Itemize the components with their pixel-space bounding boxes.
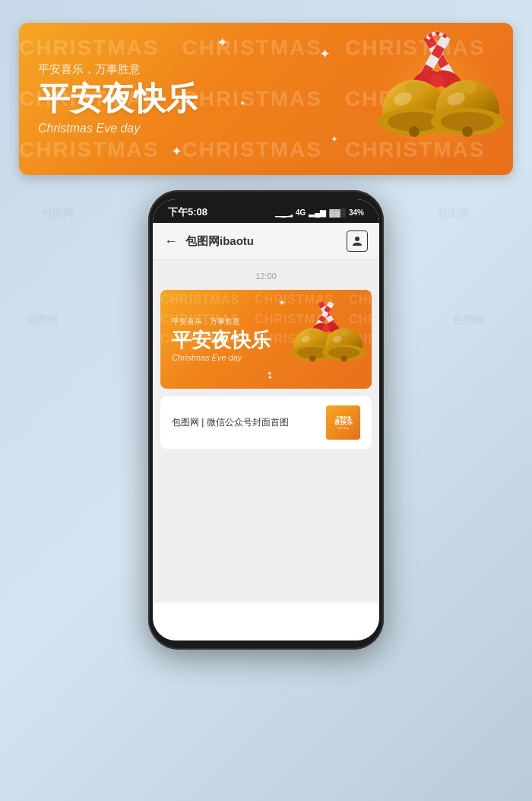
svg-point-49: [340, 329, 349, 335]
chat-banner-image: CHRISTMAS CHRISTMAS CHRISTMAS CHRISTMAS …: [160, 290, 372, 389]
battery-icon: ▓▓░: [329, 208, 346, 217]
chat-info-text: 包图网 | 微信公众号封面首图: [172, 416, 289, 429]
svg-point-18: [405, 81, 423, 94]
svg-point-21: [409, 126, 420, 137]
svg-text:包图网: 包图网: [437, 207, 469, 219]
message-time: 12:00: [160, 272, 372, 281]
profile-icon[interactable]: [347, 230, 368, 252]
svg-point-44: [308, 329, 317, 335]
star-icon-1: ✦: [217, 34, 228, 51]
thumb-line-2: 夜快乐: [334, 420, 353, 427]
chat-star-3: ✦: [268, 374, 273, 381]
star-icon-2: ✦: [319, 46, 331, 62]
svg-point-23: [458, 81, 477, 94]
chat-info-row: 包图网 | 微信公众号封面首图 万事胜意 夜快乐 Eve day: [160, 396, 372, 449]
svg-point-28: [355, 237, 359, 241]
top-banner: CHRISTMAS CHRISTMAS CHRISTMAS CHRISTMAS …: [19, 23, 513, 175]
phone-frame: 下午5:08 ▂▄▆ 4G ▂▄▆ ▓▓░ 34% ← 包图网ibaotu: [148, 190, 384, 650]
chat-bell-decoration: [277, 294, 372, 385]
phone-screen: 下午5:08 ▂▄▆ 4G ▂▄▆ ▓▓░ 34% ← 包图网ibaotu: [153, 199, 379, 640]
chat-thumbnail: 万事胜意 夜快乐 Eve day: [326, 405, 360, 440]
chat-title: 包图网ibaotu: [185, 234, 339, 249]
svg-point-43: [322, 325, 329, 332]
star-icon-3: ✦: [171, 143, 182, 160]
svg-text:包图网: 包图网: [452, 313, 484, 326]
star-icon-4: ✦: [331, 134, 338, 145]
chat-header: ← 包图网ibaotu: [153, 223, 379, 260]
svg-text:包图网: 包图网: [27, 313, 59, 326]
phone-notch: [236, 199, 296, 216]
status-time: 下午5:08: [168, 205, 207, 219]
battery-percent: 34%: [349, 208, 364, 217]
star-icon-5: ✦: [239, 99, 245, 107]
phone-container: 下午5:08 ▂▄▆ 4G ▂▄▆ ▓▓░ 34% ← 包图网ibaotu: [144, 190, 388, 650]
svg-point-26: [462, 126, 473, 137]
signal-icon-2: ▂▄▆: [309, 208, 326, 217]
back-button[interactable]: ←: [164, 234, 178, 250]
chat-body: 12:00 CHRISTMAS CHRISTMAS CHRISTMAS CHRI…: [153, 260, 379, 602]
network-type: 4G: [296, 208, 306, 217]
thumb-line-3: Eve day: [337, 426, 348, 430]
bell-decoration: [353, 30, 513, 167]
svg-text:包图网: 包图网: [42, 207, 74, 219]
svg-point-52: [341, 355, 347, 361]
svg-point-47: [309, 355, 315, 361]
